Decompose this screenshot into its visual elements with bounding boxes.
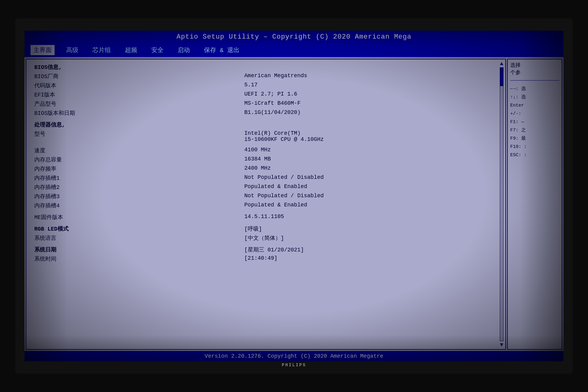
shortcut-f9: F9: 最 [510,134,559,143]
vendor-label: BIOS厂商 [32,72,243,81]
slot2-value: Populated & Enabled [243,183,499,192]
speed-value: 4100 MHz [243,146,499,155]
memory-total-label: 内存总容量 [32,155,243,164]
bios-section-header-row: BIOS信息, [32,62,499,72]
speed-row: 速度 4100 MHz [32,146,499,155]
code-version-label: 代码版本 [32,81,243,90]
date-row[interactable]: 系统日期 [星期三 01/20/2021] [32,245,499,254]
spacer-2 [32,143,499,146]
memory-total-row: 内存总容量 16384 MB [32,155,499,164]
time-value: [21:40:49] [243,254,499,263]
product-label: 产品型号 [32,99,243,108]
shortcut-plusminus: +/-: [510,110,559,118]
efi-version-label: EFI版本 [32,90,243,99]
memory-freq-row: 内存频率 2400 MHz [32,164,499,173]
slot1-row: 内存插槽1 Not Populated / Disabled [32,173,499,183]
cpu-model-label: 型号 [32,129,243,143]
cpu-section-header-row: 处理器信息, [32,120,499,129]
monitor-bezel: Aptio Setup Utility – Copyright (C) 2020… [15,18,573,374]
date-value: [星期三 01/20/2021] [243,245,499,254]
bios-date-label: BIOS版本和日期 [32,108,243,118]
shortcut-esc: ESC: : [510,151,559,159]
cpu-section-header: 处理器信息, [32,120,499,129]
efi-version-row: EFI版本 UEFI 2.7; PI 1.6 [32,90,499,99]
slot3-value: Not Populated / Disabled [243,192,499,201]
spacer-1 [32,118,499,120]
menu-item-oc[interactable]: 超频 [123,45,140,55]
vendor-row: BIOS厂商 American Megatrends [32,72,499,81]
scroll-down-arrow[interactable]: ▼ [500,342,503,348]
screen: Aptio Setup Utility – Copyright (C) 2020… [24,31,564,361]
spacer-4 [32,222,499,224]
me-label: ME固件版本 [32,213,243,222]
scroll-up-arrow[interactable]: ▲ [500,61,503,67]
menu-item-advanced[interactable]: 高级 [64,45,81,55]
main-content: BIOS信息, BIOS厂商 American Megatrends 代码版本 … [24,58,564,351]
language-value: [中文（简体）] [243,233,499,243]
slot2-label: 内存插槽2 [32,183,243,192]
speed-label: 速度 [32,146,243,155]
menu-item-main[interactable]: 主界面 [31,45,55,55]
memory-freq-value: 2400 MHz [243,164,499,173]
product-row: 产品型号 MS-iCraft B460M-F [32,99,499,108]
date-label: 系统日期 [32,245,243,254]
rgb-row[interactable]: RGB LED模式 [呼吸] [32,224,499,233]
menu-item-chipset[interactable]: 芯片组 [90,45,113,55]
language-label: 系统语言 [32,233,243,243]
shortcut-ud: ↑↓: 选 [510,93,559,101]
code-version-value: 5.17 [243,81,499,90]
menu-item-save-exit[interactable]: 保存 & 退出 [202,45,242,55]
memory-total-value: 16384 MB [243,155,499,164]
menu-item-boot[interactable]: 启动 [175,45,192,55]
slot1-value: Not Populated / Disabled [243,173,499,183]
sidebar-divider [510,80,559,81]
memory-freq-label: 内存频率 [32,164,243,173]
footer-bar: Version 2.20.1276. Copyright (C) 2020 Am… [24,351,564,361]
me-value: 14.5.11.1105 [243,213,499,222]
center-panel: BIOS信息, BIOS厂商 American Megatrends 代码版本 … [26,59,506,350]
efi-version-value: UEFI 2.7; PI 1.6 [243,90,499,99]
monitor-outer: Aptio Setup Utility – Copyright (C) 2020… [0,0,588,392]
time-row[interactable]: 系统时间 [21:40:49] [32,254,499,263]
scroll-thumb [500,68,503,86]
language-row[interactable]: 系统语言 [中文（简体）] [32,233,499,243]
spacer-3 [32,210,499,213]
footer-text: Version 2.20.1276. Copyright (C) 2020 Am… [205,353,383,359]
bios-section-header: BIOS信息, [32,62,499,72]
code-version-row: 代码版本 5.17 [32,81,499,90]
slot1-label: 内存插槽1 [32,173,243,183]
right-sidebar: 选择 个参 ←→: 选 ↑↓: 选 Ente [507,59,562,350]
bios-screen: Aptio Setup Utility – Copyright (C) 2020… [24,31,564,361]
scroll-track[interactable] [500,67,503,341]
header-title: Aptio Setup Utility – Copyright (C) 2020… [177,33,412,41]
shortcut-f10: F10: : [510,143,559,151]
spacer-5 [32,243,499,245]
menu-bar: 主界面 高级 芯片组 超频 安全 启动 [24,43,564,58]
shortcut-f7: F7: 之 [510,126,559,134]
slot3-row: 内存插槽3 Not Populated / Disabled [32,192,499,201]
shortcut-f1: F1: — [510,118,559,126]
vendor-value: American Megatrends [243,72,499,81]
time-label: 系统时间 [32,254,243,263]
rgb-label: RGB LED模式 [32,224,243,233]
info-table: BIOS信息, BIOS厂商 American Megatrends 代码版本 … [32,62,499,263]
scrollbar[interactable]: ▲ ▼ [499,61,504,348]
shortcut-lr: ←→: 选 [510,85,559,93]
cpu-model-row: 型号 Intel(R) Core(TM) i5-10600KF CPU @ 4.… [32,129,499,143]
shortcut-enter: Enter [510,101,559,110]
slot2-row: 内存插槽2 Populated & Enabled [32,183,499,192]
me-row: ME固件版本 14.5.11.1105 [32,213,499,222]
shortcut-section: ←→: 选 ↑↓: 选 Enter +/-: [510,85,559,159]
menu-item-security[interactable]: 安全 [149,45,166,55]
slot4-label: 内存插槽4 [32,201,243,210]
slot4-row: 内存插槽4 Populated & Enabled [32,201,499,210]
rgb-value: [呼吸] [243,224,499,233]
bios-date-value: B1.1G(11/04/2020) [243,108,499,118]
monitor-brand: PHILIPS [282,363,306,368]
slot3-label: 内存插槽3 [32,192,243,201]
bios-date-row: BIOS版本和日期 B1.1G(11/04/2020) [32,108,499,118]
product-value: MS-iCraft B460M-F [243,99,499,108]
slot4-value: Populated & Enabled [243,201,499,210]
sidebar-title: 选择 个参 [510,62,559,77]
header-bar: Aptio Setup Utility – Copyright (C) 2020… [24,31,564,43]
